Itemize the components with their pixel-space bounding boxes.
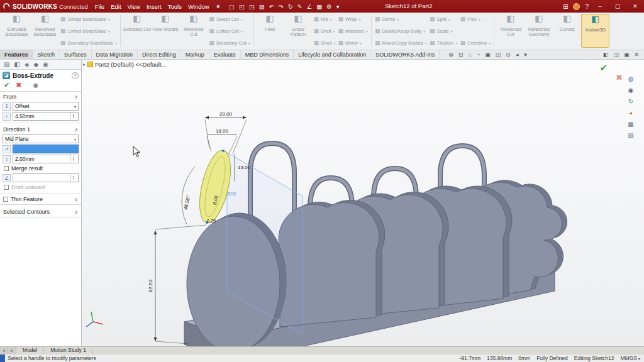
view-cube-icon[interactable]: ◍: [626, 75, 635, 83]
preview-eye-icon[interactable]: ◉: [33, 82, 38, 89]
merge-result-checkbox[interactable]: [4, 166, 9, 171]
command-tab[interactable]: Direct Editing: [138, 50, 181, 60]
command-tab[interactable]: Features: [0, 50, 33, 60]
selected-contours-section[interactable]: Selected Contours ∨: [0, 207, 81, 217]
ribbon-command[interactable]: ◧ Linear Pattern: [284, 14, 313, 48]
3d-model-canvas[interactable]: Plane 29.00 18.00: [82, 60, 644, 346]
dimension-text[interactable]: 82.50: [148, 279, 153, 292]
scene-icon[interactable]: ▦: [626, 120, 635, 128]
direction1-section-header[interactable]: Direction 1 ∧: [0, 124, 81, 134]
ribbon-command[interactable]: ◧ Fillet: [256, 14, 284, 48]
instant3d-button[interactable]: ◧ Instant3D: [581, 14, 609, 48]
save-icon[interactable]: ◳: [249, 3, 255, 10]
new-file-icon[interactable]: ▢: [229, 3, 235, 10]
ribbon-command[interactable]: ▦ Mirror ▾: [338, 40, 367, 46]
pane-maximize-icon[interactable]: ▣: [624, 52, 630, 58]
menu-item[interactable]: Insert: [143, 3, 165, 10]
ribbon-command[interactable]: ▦ Scale ▾: [430, 28, 458, 34]
ribbon-command[interactable]: ◧ Revolved Boss/Base: [31, 14, 59, 48]
from-condition-select[interactable]: Offset ▾: [13, 102, 79, 111]
minimize-button[interactable]: –: [594, 3, 606, 9]
ribbon-command[interactable]: ▦ Flex ▾: [460, 16, 491, 22]
ribbon-command[interactable]: ▦ Delete/Keep Body ▾: [375, 28, 427, 34]
maximize-button[interactable]: ▢: [611, 3, 624, 9]
ribbon-command[interactable]: ▦ Lofted Boss/Base ▾: [60, 28, 117, 34]
ribbon-command[interactable]: ▦ Wrap ▾: [338, 16, 367, 22]
ribbon-command[interactable]: ◧ Revolved Cut: [179, 14, 208, 48]
print-icon[interactable]: ▤: [259, 3, 265, 10]
previous-view-icon[interactable]: ⌂: [468, 52, 471, 58]
ribbon-command[interactable]: ▦ Boundary Boss/Base ▾: [60, 40, 117, 46]
draft-outward-checkbox[interactable]: [4, 185, 9, 190]
offset-spinner[interactable]: ▴▾: [70, 112, 76, 121]
display-style-icon[interactable]: ◫: [496, 52, 501, 58]
feature-tree-breadcrumb[interactable]: ▸ Part2 (Default) <<Default...: [83, 61, 167, 68]
from-section-header[interactable]: From ∧: [0, 92, 81, 101]
hide-show-items-icon[interactable]: ⊙: [506, 52, 511, 58]
end-condition-select[interactable]: Mid Plane ▾: [3, 134, 79, 143]
thin-feature-section[interactable]: Thin Feature ∨: [0, 194, 81, 205]
ribbon-command[interactable]: ◧ Reference Geometry: [525, 14, 553, 48]
section-view-icon[interactable]: ◔: [477, 52, 480, 58]
tree-expand-icon[interactable]: ▸: [83, 62, 86, 67]
draft-angle-input[interactable]: ▴▾: [13, 173, 79, 182]
menu-item[interactable]: Edit: [108, 3, 124, 10]
pane-split-icon[interactable]: ◫: [613, 52, 619, 58]
display-pane-icon[interactable]: ▤: [626, 131, 635, 140]
menu-item[interactable]: Tools: [165, 3, 185, 10]
open-file-icon[interactable]: ◰: [239, 3, 245, 10]
view-settings-caret-icon[interactable]: ▾: [524, 52, 527, 58]
model-tab[interactable]: Model: [16, 347, 44, 354]
close-button[interactable]: ✕: [629, 3, 641, 9]
dimxpert-tab-icon[interactable]: ◆: [34, 61, 39, 68]
share-icon[interactable]: ⊞: [563, 3, 568, 10]
more-tools-caret-icon[interactable]: ▾: [336, 3, 340, 10]
pane-left-icon[interactable]: ◧: [603, 52, 609, 58]
pane-close-icon[interactable]: ✕: [634, 52, 639, 58]
ribbon-command[interactable]: ▦ Split ▾: [430, 16, 458, 22]
dimension-text[interactable]: 13.00: [238, 165, 251, 170]
favorites-star-icon[interactable]: ★: [213, 3, 224, 9]
sketch-pencil-icon[interactable]: ✎: [297, 3, 303, 10]
avatar[interactable]: [573, 3, 580, 10]
menu-item[interactable]: View: [125, 3, 143, 10]
panel-help-icon[interactable]: ?: [72, 72, 79, 79]
offset-distance-input[interactable]: 4.50mm ▴▾: [13, 112, 79, 121]
thin-feature-checkbox[interactable]: [3, 197, 8, 202]
undo-icon[interactable]: ↶: [269, 3, 274, 10]
draft-outward-checkbox-row[interactable]: Draft outward: [0, 183, 81, 192]
appearance-icon[interactable]: ◕: [516, 52, 519, 58]
propertymanager-tab-icon[interactable]: ▤: [4, 61, 9, 68]
view-orientation-icon[interactable]: ▣: [485, 52, 491, 58]
zoom-fit-icon[interactable]: ⊕: [448, 52, 453, 58]
featuremanager-tab-icon[interactable]: ◧: [14, 61, 19, 68]
ribbon-command[interactable]: ▦ Dome ▾: [375, 16, 427, 22]
command-tab[interactable]: SOLIDWORKS Add-Ins: [371, 50, 440, 60]
ribbon-command[interactable]: ▦ Boundary Cut ▾: [209, 40, 250, 46]
ribbon-command[interactable]: ▦ Combine ▾: [460, 40, 491, 46]
cancel-sketch-icon[interactable]: ✖: [616, 73, 623, 82]
command-tab[interactable]: Evaluate: [209, 50, 241, 60]
dimension-text[interactable]: 29.00: [219, 111, 233, 117]
command-tab[interactable]: MBD Dimensions: [241, 50, 294, 60]
zoom-area-icon[interactable]: ⊡: [458, 52, 464, 58]
dimension-text[interactable]: 18.00: [216, 128, 229, 134]
tab-scroll-left-icon[interactable]: ◂: [0, 347, 8, 354]
ribbon-command[interactable]: ▦ Thicken ▾: [430, 40, 458, 46]
dimension-text[interactable]: 0.25: [207, 218, 216, 224]
refresh-icon[interactable]: ↻: [626, 97, 635, 106]
cloud-plates[interactable]: [279, 180, 567, 327]
ok-button[interactable]: ✔: [4, 81, 9, 89]
ribbon-command[interactable]: ▦ Rib ▾: [314, 16, 336, 22]
dimension-text[interactable]: 48.50°: [183, 195, 192, 211]
cancel-button[interactable]: ✖: [16, 81, 21, 89]
ribbon-command[interactable]: ◧ Extruded Cut: [123, 14, 151, 48]
appearances-icon[interactable]: ◕: [626, 109, 635, 117]
depth-input[interactable]: 2.00mm ▴▾: [13, 155, 79, 163]
ribbon-command[interactable]: ◧ Curves: [553, 14, 581, 48]
configurations-tab-icon[interactable]: ◈: [25, 61, 30, 68]
ribbon-command[interactable]: ◧ Extruded Boss/Base: [3, 14, 31, 48]
redo-icon[interactable]: ↷: [279, 3, 284, 10]
part-root-label[interactable]: Part2 (Default) <<Default...: [95, 61, 167, 68]
ribbon-command[interactable]: ▦ Draft ▾: [314, 28, 336, 34]
